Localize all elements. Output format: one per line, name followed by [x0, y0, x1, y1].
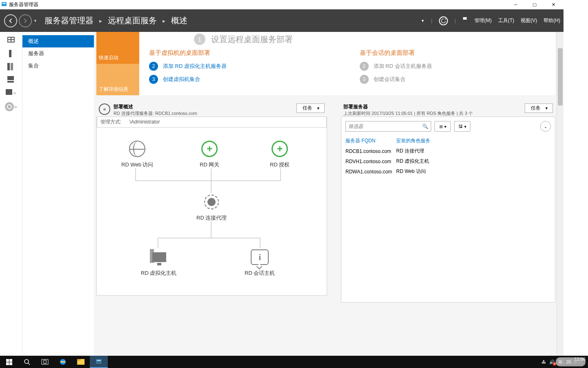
- svg-rect-1: [2, 3, 6, 4]
- menu-tools[interactable]: 工具(T): [498, 17, 514, 24]
- window-title: 服务器管理器: [9, 1, 506, 8]
- vm-deploy-column: 基于虚拟机的桌面部署 2添加 RD 虚拟化主机服务器 3创建虚拟机集合: [149, 49, 335, 88]
- menu-view[interactable]: 视图(V): [521, 17, 537, 24]
- title-bar: 服务器管理器 ─ ▢ ✕: [0, 0, 564, 9]
- breadcrumb-root[interactable]: 服务器管理器: [45, 15, 94, 26]
- nav-dropdown-icon[interactable]: ▼: [33, 19, 37, 23]
- all-servers-icon[interactable]: [7, 63, 15, 70]
- node-rd-broker[interactable]: RD 连接代理: [196, 193, 227, 222]
- sidebar-item-servers[interactable]: 服务器: [22, 47, 94, 60]
- filter-field[interactable]: [348, 123, 422, 129]
- nav-back-button[interactable]: [4, 14, 17, 27]
- search-icon[interactable]: 🔍: [422, 123, 428, 129]
- svg-rect-5: [8, 40, 11, 42]
- node-rd-shost[interactable]: iRD 会话主机: [245, 248, 275, 277]
- expand-icon[interactable]: ▷: [15, 105, 17, 109]
- deployment-overview-panel: « 部署概述 RD 连接代理服务器: RDCB1.contoso.com 任务▼…: [96, 103, 327, 303]
- setup-heading: 1 设置远程桌面服务部署: [194, 34, 546, 45]
- menu-manage[interactable]: 管理(M): [474, 17, 492, 24]
- svg-rect-3: [8, 38, 11, 39]
- col-fqdn[interactable]: 服务器 FQDN: [345, 136, 396, 146]
- deployment-diagram: RD Web 访问 +RD 网关 +RD 授权 RD 连接代理 RD 虚拟化主机…: [97, 128, 327, 295]
- svg-rect-0: [2, 2, 7, 6]
- svg-rect-12: [6, 89, 12, 95]
- svg-point-13: [7, 105, 11, 109]
- tile-learn-more[interactable]: 了解详细信息: [96, 64, 139, 96]
- admin-row: 管理方式: \Administrator: [97, 117, 327, 128]
- svg-rect-9: [11, 63, 13, 70]
- main-content: 快速启动 了解详细信息 1 设置远程桌面服务部署 基于虚拟机的桌面部署 2添加 …: [94, 32, 564, 356]
- iis-icon[interactable]: [6, 89, 13, 96]
- node-rd-vhost[interactable]: RD 虚拟化主机: [141, 248, 176, 277]
- svg-rect-7: [9, 50, 11, 57]
- icon-strip: ▷ ▷: [0, 32, 22, 356]
- overview-title: 部署概述: [114, 103, 296, 110]
- servers-subtitle: 上次刷新时间 2017/10/25 11:05:01 | 所有 RDS 角色服务…: [343, 110, 525, 117]
- table-row[interactable]: RDCB1.contoso.comRD 连接代理: [345, 146, 434, 156]
- header-dropdown-icon[interactable]: ▼: [421, 19, 425, 23]
- tile-quickstart[interactable]: 快速启动: [96, 32, 139, 64]
- node-rd-web[interactable]: RD Web 访问: [121, 140, 154, 168]
- vm-deploy-title: 基于虚拟机的桌面部署: [149, 49, 335, 57]
- step-create-vm-collection[interactable]: 3创建虚拟机集合: [149, 75, 335, 84]
- deployment-servers-panel: 部署服务器 上次刷新时间 2017/10/25 11:05:01 | 所有 RD…: [341, 103, 555, 303]
- tasks-dropdown[interactable]: 任务▼: [525, 103, 553, 113]
- step-add-rdsh: 2添加 RD 会话主机服务器: [360, 62, 546, 71]
- dashboard-icon[interactable]: [7, 37, 15, 44]
- breadcrumb-overview[interactable]: 概述: [171, 15, 187, 26]
- table-row[interactable]: RDVH1.contoso.comRD 虚拟化主机: [345, 156, 434, 166]
- app-icon: [1, 1, 7, 8]
- tasks-dropdown[interactable]: 任务▼: [296, 103, 325, 113]
- local-server-icon[interactable]: [7, 50, 15, 57]
- nav-forward-button[interactable]: [19, 14, 32, 27]
- maximize-button[interactable]: ▢: [525, 0, 544, 9]
- save-query-dropdown[interactable]: 🖫▾: [454, 121, 470, 132]
- table-row[interactable]: RDWA1.contoso.comRD Web 访问: [345, 166, 434, 177]
- scrollbar[interactable]: [557, 32, 564, 356]
- servers-title: 部署服务器: [343, 103, 525, 110]
- svg-rect-4: [11, 38, 14, 39]
- chevron-right-icon: ▸: [99, 18, 102, 24]
- sidebar-item-collections[interactable]: 集合: [22, 60, 94, 72]
- rds-icon[interactable]: [5, 102, 14, 111]
- flag-icon[interactable]: [462, 17, 468, 25]
- refresh-button[interactable]: [439, 16, 448, 25]
- svg-rect-11: [7, 81, 14, 83]
- breadcrumb: 服务器管理器 ▸ 远程桌面服务 ▸ 概述: [45, 15, 421, 26]
- expand-icon[interactable]: ▷: [14, 91, 16, 95]
- overview-subtitle: RD 连接代理服务器: RDCB1.contoso.com: [114, 110, 296, 117]
- scrollbar-thumb[interactable]: [558, 48, 563, 105]
- step-create-session-collection: 3创建会话集合: [360, 75, 546, 84]
- collapse-icon[interactable]: «: [99, 103, 110, 115]
- filter-input[interactable]: 🔍: [345, 121, 431, 132]
- svg-rect-10: [7, 76, 14, 80]
- file-services-icon[interactable]: [7, 76, 15, 83]
- setup-panel: 快速启动 了解详细信息 1 设置远程桌面服务部署 基于虚拟机的桌面部署 2添加 …: [96, 32, 555, 95]
- expand-button[interactable]: ⌄: [540, 121, 551, 132]
- node-rd-licensing[interactable]: +RD 授权: [270, 140, 290, 168]
- node-rd-gateway[interactable]: +RD 网关: [200, 140, 219, 168]
- header-bar: ▼ 服务器管理器 ▸ 远程桌面服务 ▸ 概述 ▼ | | 管理(M) 工具(T)…: [0, 9, 564, 32]
- svg-rect-6: [11, 40, 14, 42]
- sidebar-item-overview[interactable]: 概述: [22, 35, 94, 47]
- session-deploy-title: 基于会话的桌面部署: [360, 49, 546, 57]
- minimize-button[interactable]: ─: [506, 0, 525, 9]
- breadcrumb-rds[interactable]: 远程桌面服务: [108, 15, 157, 26]
- close-button[interactable]: ✕: [544, 0, 563, 9]
- category-dropdown[interactable]: ⊞▾: [434, 121, 451, 132]
- col-role[interactable]: 安装的角色服务: [396, 136, 434, 146]
- chevron-right-icon: ▸: [163, 18, 165, 24]
- session-deploy-column: 基于会话的桌面部署 2添加 RD 会话主机服务器 3创建会话集合: [360, 49, 546, 88]
- svg-rect-8: [7, 63, 10, 70]
- menu-help[interactable]: 帮助(H): [543, 17, 560, 24]
- sidebar: 概述 服务器 集合: [22, 32, 94, 356]
- servers-table: 服务器 FQDN安装的角色服务 RDCB1.contoso.comRD 连接代理…: [341, 136, 555, 177]
- step-add-rdvh[interactable]: 2添加 RD 虚拟化主机服务器: [149, 62, 335, 71]
